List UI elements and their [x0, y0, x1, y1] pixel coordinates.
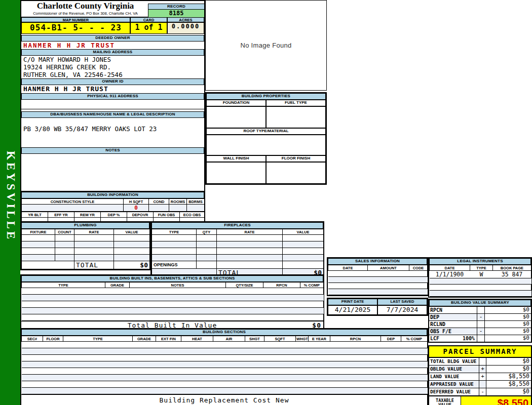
table-cell[interactable]	[63, 342, 133, 348]
table-cell[interactable]	[401, 355, 428, 361]
table-cell[interactable]	[156, 361, 181, 368]
table-cell[interactable]	[245, 348, 264, 355]
table-cell[interactable]	[55, 255, 74, 261]
table-cell[interactable]	[130, 301, 226, 308]
table-cell[interactable]	[133, 381, 156, 388]
table-cell[interactable]	[264, 361, 296, 368]
table-cell[interactable]	[105, 308, 130, 314]
table-cell[interactable]	[156, 388, 181, 394]
table-cell[interactable]	[74, 255, 114, 261]
table-cell[interactable]	[264, 355, 296, 361]
table-cell[interactable]	[181, 342, 213, 348]
table-cell[interactable]	[226, 295, 263, 301]
table-cell[interactable]	[381, 388, 401, 394]
table-cell[interactable]	[43, 375, 63, 381]
table-cell[interactable]	[283, 255, 324, 261]
openings-value[interactable]	[197, 261, 217, 269]
table-cell[interactable]	[264, 342, 296, 348]
table-cell[interactable]	[493, 291, 531, 297]
table-cell[interactable]	[226, 288, 263, 295]
table-cell[interactable]	[300, 314, 324, 321]
table-cell[interactable]	[381, 381, 401, 388]
table-cell[interactable]	[217, 248, 283, 255]
table-cell[interactable]	[22, 248, 55, 255]
table-cell[interactable]	[22, 295, 105, 301]
table-cell[interactable]	[74, 248, 114, 255]
rooms-value[interactable]	[169, 205, 187, 212]
table-cell[interactable]	[152, 241, 197, 248]
table-cell[interactable]	[22, 375, 43, 381]
table-cell[interactable]	[296, 388, 309, 394]
address-line-1[interactable]: C/O MARY HOWARD H JONES	[21, 56, 204, 63]
table-cell[interactable]	[43, 368, 63, 375]
table-cell[interactable]	[43, 361, 63, 368]
table-cell[interactable]	[114, 255, 150, 261]
table-cell[interactable]	[156, 342, 181, 348]
table-cell[interactable]	[296, 355, 309, 361]
hsqft-value[interactable]: 0	[124, 205, 149, 212]
table-cell[interactable]	[130, 288, 226, 295]
table-cell[interactable]	[309, 388, 330, 394]
table-cell[interactable]	[22, 368, 43, 375]
table-cell[interactable]	[63, 368, 133, 375]
table-cell[interactable]	[63, 348, 133, 355]
table-cell[interactable]	[264, 388, 296, 394]
table-cell[interactable]	[283, 241, 324, 248]
address-line-2[interactable]: 19324 HERRING CREEK RD.	[21, 63, 204, 71]
table-cell[interactable]: W	[470, 271, 493, 278]
table-cell[interactable]	[430, 278, 470, 285]
table-cell[interactable]	[22, 348, 43, 355]
notes-value[interactable]	[21, 154, 204, 193]
table-cell[interactable]	[63, 355, 133, 361]
table-cell[interactable]	[181, 368, 213, 375]
table-cell[interactable]	[213, 355, 245, 361]
table-cell[interactable]	[22, 241, 55, 248]
table-cell[interactable]	[22, 381, 43, 388]
table-cell[interactable]	[245, 368, 264, 375]
table-cell[interactable]	[493, 285, 531, 291]
table-cell[interactable]	[55, 241, 74, 248]
table-cell[interactable]	[401, 368, 428, 375]
table-cell[interactable]	[114, 235, 150, 241]
table-cell[interactable]	[22, 235, 55, 241]
table-cell[interactable]: 1/1/1900	[430, 271, 470, 278]
table-cell[interactable]	[330, 388, 381, 394]
table-cell[interactable]	[309, 368, 330, 375]
bdrms-value[interactable]	[187, 205, 205, 212]
table-cell[interactable]	[245, 381, 264, 388]
table-cell[interactable]	[401, 388, 428, 394]
table-cell[interactable]	[309, 348, 330, 355]
table-cell[interactable]	[74, 235, 114, 241]
table-cell[interactable]	[213, 348, 245, 355]
table-cell[interactable]	[43, 388, 63, 394]
table-cell[interactable]	[300, 288, 324, 295]
table-cell[interactable]	[22, 255, 55, 261]
acres-value[interactable]: 0.0000	[167, 22, 204, 34]
table-cell[interactable]	[133, 375, 156, 381]
table-cell[interactable]	[217, 241, 283, 248]
table-cell[interactable]	[197, 255, 217, 261]
table-cell[interactable]	[330, 368, 381, 375]
floor-finish-value[interactable]	[266, 162, 326, 184]
table-cell[interactable]	[197, 235, 217, 241]
table-cell[interactable]	[130, 295, 226, 301]
table-cell[interactable]	[22, 308, 105, 314]
table-cell[interactable]	[213, 368, 245, 375]
table-cell[interactable]	[130, 308, 226, 314]
table-cell[interactable]	[264, 375, 296, 381]
table-cell[interactable]	[470, 278, 493, 285]
table-cell[interactable]	[330, 375, 381, 381]
table-cell[interactable]	[213, 375, 245, 381]
table-cell[interactable]	[264, 348, 296, 355]
table-cell[interactable]	[156, 368, 181, 375]
table-cell[interactable]	[74, 241, 114, 248]
table-cell[interactable]	[401, 361, 428, 368]
table-cell[interactable]	[328, 271, 368, 277]
table-cell[interactable]	[245, 375, 264, 381]
table-cell[interactable]	[263, 295, 300, 301]
table-cell[interactable]	[263, 308, 300, 314]
table-cell[interactable]	[245, 355, 264, 361]
table-cell[interactable]	[22, 342, 43, 348]
table-cell[interactable]	[309, 381, 330, 388]
table-cell[interactable]	[296, 381, 309, 388]
